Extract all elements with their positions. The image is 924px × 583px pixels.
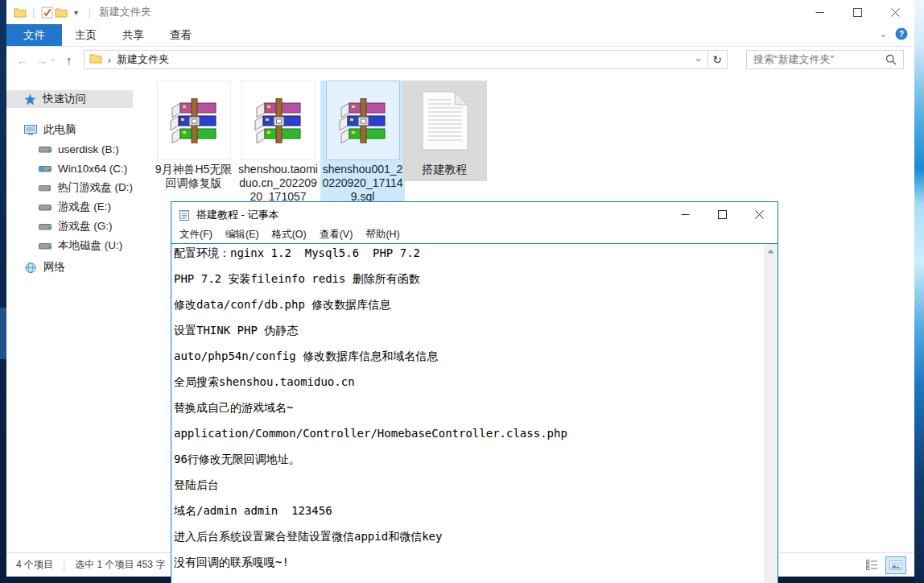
file-name: shenshou.taomiduo.cn_20220920_171057 xyxy=(236,163,320,204)
scroll-up-icon[interactable] xyxy=(764,244,778,258)
selection-info: 选中 1 个项目 453 字 xyxy=(75,558,165,572)
drive-icon xyxy=(39,240,52,251)
sidebar-item-label: 游戏盘 (E:) xyxy=(58,200,111,214)
file-item-sql-selected[interactable]: shenshou001_20220920_171149.sql xyxy=(320,81,405,209)
notepad-text[interactable]: 配置环境：nginx 1.2 Mysql5.6 PHP 7.2 PHP 7.2 … xyxy=(174,246,761,583)
help-icon[interactable]: ? xyxy=(895,27,908,43)
new-folder-icon[interactable] xyxy=(54,5,68,19)
svg-text:?: ? xyxy=(899,30,904,39)
notepad-app-icon xyxy=(178,209,191,221)
file-name: 搭建教程 xyxy=(402,163,487,176)
minimize-icon[interactable] xyxy=(666,202,703,227)
sidebar-item-drive-e[interactable]: 游戏盘 (E:) xyxy=(6,198,133,216)
quick-access-star-icon xyxy=(24,93,36,105)
notepad-menubar: 文件(F) 编辑(E) 格式(O) 查看(V) 帮助(H) xyxy=(171,227,778,242)
drive-icon xyxy=(39,221,52,232)
qat-separator: | xyxy=(32,6,35,19)
item-count: 4 个项目 xyxy=(16,558,53,572)
file-icon-frame xyxy=(157,81,231,160)
notepad-title: 搭建教程 - 记事本 xyxy=(196,208,279,222)
notepad-content: 配置环境：nginx 1.2 Mysql5.6 PHP 7.2 PHP 7.2 … xyxy=(171,243,778,583)
sidebar-item-label: 游戏盘 (G:) xyxy=(58,219,113,234)
file-icon-frame xyxy=(326,81,400,160)
breadcrumb-folder-icon xyxy=(89,53,102,66)
close-icon[interactable] xyxy=(740,202,778,227)
file-name: 9月神兽H5无限回调修复版 xyxy=(151,163,236,190)
drive-icon xyxy=(39,182,51,193)
winrar-archive-icon xyxy=(169,98,219,143)
file-icon-frame xyxy=(408,81,482,160)
breadcrumb[interactable]: 新建文件夹 xyxy=(117,52,169,67)
sidebar-item-label: 此电脑 xyxy=(43,122,76,137)
minimize-icon[interactable] xyxy=(801,0,839,24)
file-icon-frame xyxy=(241,81,316,160)
explorer-titlebar: | ▾ | 新建文件夹 xyxy=(6,0,914,24)
text-file-icon xyxy=(422,91,468,151)
notepad-window-controls xyxy=(666,202,778,227)
navigation-toolbar: ← → › ↑ › 新建文件夹 › ↻ 搜索"新建文件夹" xyxy=(6,47,914,72)
sidebar-item-this-pc[interactable]: 此电脑 xyxy=(6,121,133,139)
up-icon[interactable]: ↑ xyxy=(60,53,79,67)
drive-icon xyxy=(39,143,52,155)
ribbon-tabs: 文件 主页 共享 查看 › ? xyxy=(6,24,914,47)
desktop-wallpaper-left xyxy=(0,308,6,359)
windows-drive-icon xyxy=(39,163,52,174)
tab-file[interactable]: 文件 xyxy=(6,24,62,46)
network-icon xyxy=(24,262,37,274)
sidebar-item-network[interactable]: 网络 xyxy=(6,258,133,276)
sidebar-item-label: userdisk (B:) xyxy=(58,143,119,155)
notepad-scrollbar[interactable] xyxy=(764,244,778,583)
sidebar-item-quick-access[interactable]: 快速访问 xyxy=(6,90,133,108)
sidebar-item-label: 网络 xyxy=(43,260,65,275)
this-pc-icon xyxy=(24,124,37,135)
properties-check-icon[interactable] xyxy=(39,5,54,19)
menu-view[interactable]: 查看(V) xyxy=(313,228,360,242)
tab-view[interactable]: 查看 xyxy=(157,24,204,46)
file-name: shenshou001_20220920_171149.sql xyxy=(320,163,405,204)
file-item-txt[interactable]: 搭建教程 xyxy=(402,81,487,181)
drive-icon xyxy=(39,201,52,213)
menu-file[interactable]: 文件(F) xyxy=(173,228,219,242)
recent-locations-icon[interactable]: › xyxy=(48,58,58,61)
sidebar-item-drive-d[interactable]: 热门游戏盘 (D:) xyxy=(6,179,133,196)
menu-help[interactable]: 帮助(H) xyxy=(359,228,406,242)
search-input[interactable]: 搜索"新建文件夹" xyxy=(746,50,904,69)
sidebar-item-drive-b[interactable]: userdisk (B:) xyxy=(6,140,133,158)
status-separator: | xyxy=(63,560,65,571)
maximize-icon[interactable] xyxy=(839,0,877,24)
sidebar-item-label: 本地磁盘 (U:) xyxy=(58,238,122,253)
refresh-icon[interactable]: ↻ xyxy=(707,51,727,68)
explorer-window-title: 新建文件夹 xyxy=(99,5,151,19)
tab-share[interactable]: 共享 xyxy=(109,24,157,46)
ribbon-expand-icon[interactable]: › xyxy=(877,34,889,37)
desktop: | ▾ | 新建文件夹 文件 xyxy=(0,0,924,583)
winrar-archive-icon xyxy=(254,98,303,143)
notepad-titlebar: 搭建教程 - 记事本 xyxy=(171,202,778,227)
folder-icon[interactable] xyxy=(13,5,27,19)
qat-customize-caret-icon[interactable]: ▾ xyxy=(68,5,83,19)
file-item-rar-1[interactable]: 9月神兽H5无限回调修复版 xyxy=(151,81,236,195)
address-dropdown-icon[interactable]: › xyxy=(692,51,704,68)
navigation-pane: 快速访问 此电脑 userdisk (B:) Win10x64 (C:) 热门游… xyxy=(6,72,133,552)
search-icon xyxy=(885,54,897,65)
sidebar-item-drive-g[interactable]: 游戏盘 (G:) xyxy=(6,217,133,235)
file-item-rar-2[interactable]: shenshou.taomiduo.cn_20220920_171057 xyxy=(236,81,320,209)
maximize-icon[interactable] xyxy=(703,202,740,227)
tab-home[interactable]: 主页 xyxy=(62,24,109,46)
menu-format[interactable]: 格式(O) xyxy=(266,228,313,242)
winrar-archive-icon xyxy=(338,98,388,143)
sidebar-item-drive-c[interactable]: Win10x64 (C:) xyxy=(6,159,133,177)
qat-separator: | xyxy=(88,6,90,19)
notepad-window: 搭建教程 - 记事本 文件(F) 编辑(E) 格式(O) 查看(V) 帮助(H) xyxy=(171,201,778,583)
back-icon[interactable]: ← xyxy=(13,53,32,67)
thumbnail-view-icon[interactable] xyxy=(885,556,906,574)
sidebar-item-label: Win10x64 (C:) xyxy=(58,163,127,175)
menu-edit[interactable]: 编辑(E) xyxy=(219,228,266,242)
sidebar-item-label: 快速访问 xyxy=(43,92,86,106)
close-icon[interactable] xyxy=(877,0,914,24)
sidebar-item-drive-u[interactable]: 本地磁盘 (U:) xyxy=(6,237,133,254)
explorer-window-controls xyxy=(801,0,914,24)
details-view-icon[interactable] xyxy=(861,556,882,574)
search-placeholder: 搜索"新建文件夹" xyxy=(753,52,834,67)
address-bar[interactable]: › 新建文件夹 › ↻ xyxy=(84,50,728,69)
